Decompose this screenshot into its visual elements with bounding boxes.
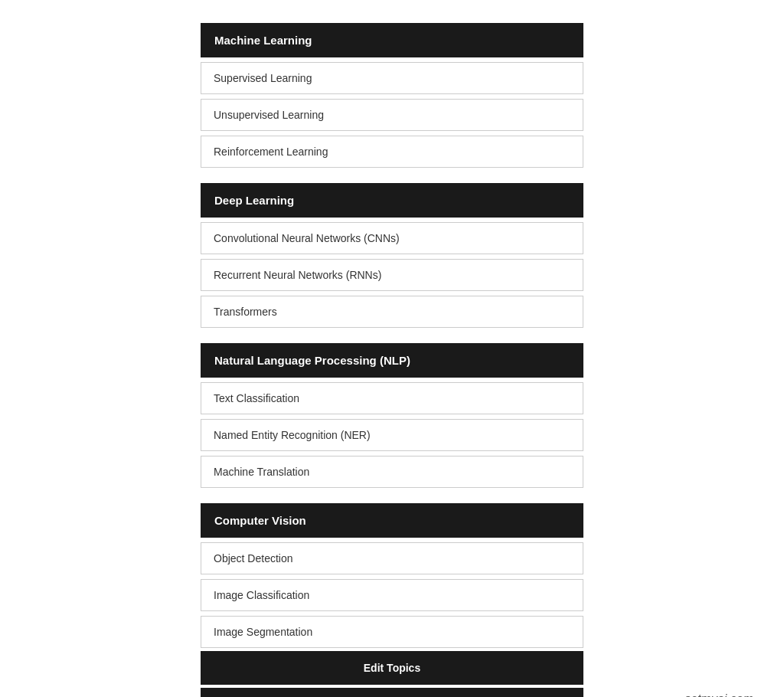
list-item[interactable]: Image Segmentation <box>201 616 583 648</box>
list-item[interactable]: Recurrent Neural Networks (RNNs) <box>201 259 583 291</box>
list-item[interactable]: Image Classification <box>201 579 583 611</box>
section-header-machine-learning: Machine Learning <box>201 23 583 57</box>
page-container: Machine LearningSupervised LearningUnsup… <box>15 15 769 697</box>
section-machine-learning: Machine LearningSupervised LearningUnsup… <box>201 23 583 168</box>
section-deep-learning: Deep LearningConvolutional Neural Networ… <box>201 183 583 328</box>
section-items-computer-vision: Object DetectionImage ClassificationImag… <box>201 538 583 648</box>
section-header-deep-learning: Deep Learning <box>201 183 583 218</box>
list-item[interactable]: Transformers <box>201 296 583 328</box>
section-items-deep-learning: Convolutional Neural Networks (CNNs)Recu… <box>201 218 583 328</box>
generate-course-button[interactable]: Generate Course <box>201 688 583 697</box>
list-item[interactable]: Unsupervised Learning <box>201 99 583 131</box>
section-header-computer-vision: Computer Vision <box>201 503 583 538</box>
list-item[interactable]: Text Classification <box>201 382 583 414</box>
section-nlp: Natural Language Processing (NLP)Text Cl… <box>201 343 583 488</box>
list-item[interactable]: Object Detection <box>201 542 583 574</box>
list-item[interactable]: Convolutional Neural Networks (CNNs) <box>201 222 583 254</box>
edit-topics-button[interactable]: Edit Topics <box>201 651 583 685</box>
section-items-nlp: Text ClassificationNamed Entity Recognit… <box>201 378 583 488</box>
section-items-machine-learning: Supervised LearningUnsupervised Learning… <box>201 57 583 168</box>
main-content: Machine LearningSupervised LearningUnsup… <box>201 15 583 648</box>
section-computer-vision: Computer VisionObject DetectionImage Cla… <box>201 503 583 648</box>
section-header-nlp: Natural Language Processing (NLP) <box>201 343 583 378</box>
list-item[interactable]: Supervised Learning <box>201 62 583 94</box>
watermark: setmyai.com <box>684 692 753 697</box>
list-item[interactable]: Reinforcement Learning <box>201 136 583 168</box>
list-item[interactable]: Machine Translation <box>201 456 583 488</box>
action-buttons: Edit Topics Generate Course <box>201 648 583 697</box>
list-item[interactable]: Named Entity Recognition (NER) <box>201 419 583 451</box>
